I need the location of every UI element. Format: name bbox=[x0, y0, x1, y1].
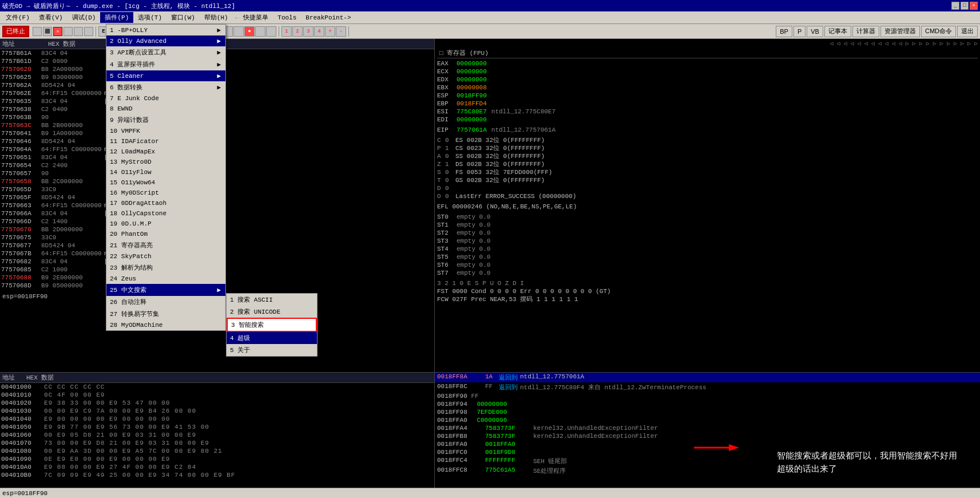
icon-num-2[interactable]: 2 bbox=[292, 26, 303, 37]
menu-window[interactable]: 窗口(W) bbox=[166, 12, 200, 23]
icon-num-plus[interactable]: + bbox=[325, 26, 335, 37]
toolbar-icon-5[interactable]: ↓ bbox=[74, 27, 83, 36]
plugin-item-18[interactable]: 18 OllyCapstone bbox=[106, 208, 225, 219]
mem-row[interactable]: 004010B07C 09 09 E9 49 25 00 00 E9 34 74… bbox=[0, 471, 434, 479]
exit-btn[interactable]: 退出 bbox=[957, 26, 978, 37]
stack-row[interactable]: 0018FFA0 C0000096 bbox=[435, 416, 980, 424]
search-about[interactable]: 5 关于 bbox=[227, 344, 317, 356]
plugin-item-10[interactable]: 10 VMPFK bbox=[106, 126, 225, 136]
stack-row[interactable]: 0018FFA4 7583773F kernel32.UnhandledExce… bbox=[435, 424, 980, 432]
menu-shortcuts[interactable]: 快捷菜单 bbox=[239, 12, 273, 23]
status-bar: esp=0018FF90 bbox=[0, 488, 980, 498]
search-ascii[interactable]: 1 搜索 ASCII bbox=[227, 294, 317, 306]
bp-btn[interactable]: BP bbox=[776, 26, 792, 37]
plugin-item-6[interactable]: 6 数据转换▶ bbox=[106, 81, 225, 93]
icon-num-3[interactable]: 3 bbox=[303, 26, 314, 37]
plugin-item-9[interactable]: 9 异端计数器 bbox=[106, 114, 225, 126]
plugin-item-13[interactable]: 13 MyStro0D bbox=[106, 157, 225, 167]
search-smart[interactable]: 3 智能搜索 bbox=[227, 318, 317, 332]
fpu-st2: ST2empty 0.0 bbox=[437, 229, 978, 237]
flag-p: P 1 CS 0023 32位 0(FFFFFFFF) bbox=[437, 144, 978, 152]
icon-misc-4[interactable]: ⊡ bbox=[255, 26, 265, 37]
menu-tools[interactable]: Tools bbox=[273, 13, 301, 22]
plugin-item-16[interactable]: 16 My0DScript bbox=[106, 188, 225, 198]
stack-row[interactable]: 0018FF90 FF bbox=[435, 392, 980, 400]
plugin-item-20[interactable]: 20 PhantOm bbox=[106, 229, 225, 239]
toolbar-icon-4[interactable]: → bbox=[64, 27, 73, 36]
calc-btn[interactable]: 计算器 bbox=[852, 26, 879, 37]
fpu-st0: ST0empty 0.0 bbox=[437, 213, 978, 221]
explorer-btn[interactable]: 资源管理器 bbox=[880, 26, 920, 37]
icon-num-minus[interactable]: - bbox=[336, 26, 346, 37]
toolbar-right-buttons: BP P VB 记事本 计算器 资源管理器 CMD命令 退出 bbox=[776, 26, 978, 37]
title-bar-title: 破壳0D → 破盾跨盾り～ - dump.exe - [1cg - 主线程, 模… bbox=[2, 2, 235, 10]
mem-row[interactable]: 00401050E9 9B 77 00 E9 56 73 00 00 E9 41… bbox=[0, 423, 434, 431]
plugin-item-21[interactable]: 21 寄存器高亮 bbox=[106, 239, 225, 251]
plugin-item-5[interactable]: 5 Cleaner▶ bbox=[106, 70, 225, 81]
reg-esi: ESI 775C80E7 ntdll_12.775C80E7 bbox=[437, 108, 978, 116]
plugin-item-24[interactable]: 24 Zeus bbox=[106, 274, 225, 284]
stack-row[interactable]: 0018FF98 7EFDE000 bbox=[435, 408, 980, 416]
mem-row[interactable]: 00401020E9 38 33 00 00 E9 53 47 00 00 bbox=[0, 399, 434, 407]
search-super[interactable]: 4 超级 bbox=[227, 332, 317, 344]
plugin-main-menu: 1 -BP+OLLY▶ 2 Olly Advanced▶ 3 API断点设置工具… bbox=[106, 24, 226, 331]
plugin-item-7[interactable]: 7 E Junk Code bbox=[106, 93, 225, 104]
plugin-item-27[interactable]: 27 转换易字节集 bbox=[106, 308, 225, 320]
stack-selected-row[interactable]: 0018FF8A 1A 返回到 ntdll_12.7757061A bbox=[435, 373, 980, 382]
toolbar-icon-1[interactable]: ▶ bbox=[33, 27, 42, 36]
plugin-item-2[interactable]: 2 Olly Advanced▶ bbox=[106, 35, 225, 46]
toolbar-icon-6[interactable]: ↑ bbox=[84, 27, 93, 36]
icon-misc-3[interactable]: ● bbox=[244, 26, 255, 37]
plugin-item-14[interactable]: 14 O11yFlow bbox=[106, 167, 225, 177]
close-btn[interactable]: × bbox=[970, 2, 978, 10]
plugin-item-25[interactable]: 25 中文搜索▶ bbox=[106, 284, 225, 296]
menu-view[interactable]: 查看(V) bbox=[34, 12, 68, 23]
menu-debug[interactable]: 调试(D) bbox=[68, 12, 101, 23]
vb-btn[interactable]: VB bbox=[807, 26, 823, 37]
toolbar-icon-2[interactable]: ⬛ bbox=[43, 27, 52, 36]
plugin-item-17[interactable]: 17 0DDragAttaoh bbox=[106, 198, 225, 208]
plugin-item-22[interactable]: 22 SkyPatch bbox=[106, 251, 225, 262]
mem-row[interactable]: 004010900E E9 E0 00 00 E9 00 00 00 E9 bbox=[0, 455, 434, 463]
mem-row[interactable]: 004010100C 4F 00 00 E9 bbox=[0, 391, 434, 399]
stack-row[interactable]: 0018FF94 00000000 bbox=[435, 400, 980, 408]
p-btn[interactable]: P bbox=[793, 26, 806, 37]
menu-breakpoint[interactable]: BreakPoint-> bbox=[301, 13, 355, 22]
cmd-btn[interactable]: CMD命令 bbox=[921, 26, 956, 37]
plugin-item-15[interactable]: 15 O11yWow64 bbox=[106, 177, 225, 188]
reg-ebp: EBP 0018FFD4 bbox=[437, 100, 978, 108]
mem-row[interactable]: 004010A0E9 08 00 00 E9 27 4F 00 00 E9 C2… bbox=[0, 463, 434, 471]
plugin-item-28[interactable]: 28 MyODMachine bbox=[106, 320, 225, 330]
notepad-btn[interactable]: 记事本 bbox=[824, 26, 851, 37]
menu-help[interactable]: 帮助(H) bbox=[200, 12, 233, 23]
plugin-item-12[interactable]: 12 L0adMapEx bbox=[106, 147, 225, 157]
maximize-btn[interactable]: □ bbox=[961, 2, 969, 10]
plugin-item-11[interactable]: 11 IDAFicator bbox=[106, 136, 225, 147]
toolbar-icon-3[interactable]: ✕ bbox=[53, 27, 62, 36]
menu-options[interactable]: 选项(T) bbox=[133, 12, 166, 23]
icon-num-1[interactable]: 1 bbox=[281, 26, 292, 37]
plugin-item-19[interactable]: 19 0D.U.M.P bbox=[106, 219, 225, 229]
icon-misc-5[interactable]: ⊟ bbox=[266, 26, 276, 37]
mem-row[interactable]: 0040106000 E9 05 D8 21 00 E9 03 31 00 00… bbox=[0, 431, 434, 439]
menu-file[interactable]: 文件(F) bbox=[1, 12, 34, 23]
plugin-item-8[interactable]: 8 EWND bbox=[106, 104, 225, 114]
mem-row[interactable]: 00401000CC CC CC CC CC bbox=[0, 383, 434, 391]
stack-row[interactable]: 0018FF8C FF 返回到 ntdll_12.775C80F4 来自 ntd… bbox=[435, 382, 980, 392]
flag-s: S 0 FS 0053 32位 7EFDD000(FFF) bbox=[437, 168, 978, 176]
mem-row[interactable]: 00401040E9 00 00 00 00 E9 00 00 00 00 bbox=[0, 415, 434, 423]
plugin-item-1[interactable]: 1 -BP+OLLY▶ bbox=[106, 25, 225, 35]
plugin-item-26[interactable]: 26 自动注释 bbox=[106, 296, 225, 308]
icon-num-4[interactable]: 4 bbox=[314, 26, 324, 37]
mem-row[interactable]: 0040108000 E9 AA 3D 00 00 E9 A5 7C 00 00… bbox=[0, 447, 434, 455]
stop-btn[interactable]: 已终止 bbox=[2, 26, 29, 37]
menu-plugin[interactable]: 插件(P) bbox=[100, 12, 133, 23]
plugin-item-23[interactable]: 23 解析为结构 bbox=[106, 262, 225, 274]
minimize-btn[interactable]: _ bbox=[951, 2, 959, 10]
mem-row[interactable]: 0040103000 00 E9 C9 7A 00 00 E9 B4 26 00… bbox=[0, 407, 434, 415]
mem-row[interactable]: 0040107073 00 00 E9 D8 21 00 E9 03 31 00… bbox=[0, 439, 434, 447]
search-unicode[interactable]: 2 搜索 UNICODE bbox=[227, 306, 317, 318]
plugin-item-4[interactable]: 4 蓝屏探寻插件▶ bbox=[106, 58, 225, 70]
plugin-item-3[interactable]: 3 API断点设置工具▶ bbox=[106, 46, 225, 58]
icon-misc-2[interactable]: ⊠ bbox=[233, 26, 244, 37]
